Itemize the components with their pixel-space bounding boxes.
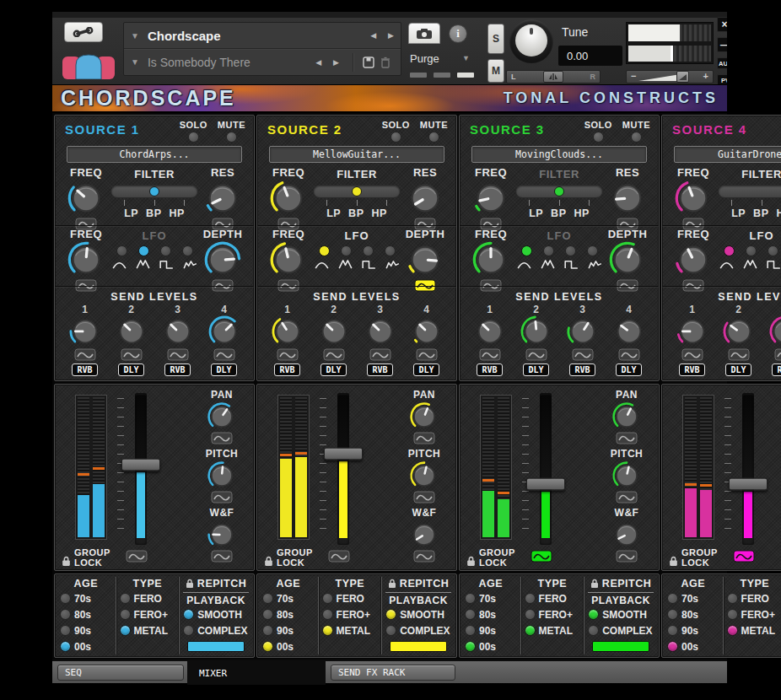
mod-wave-icon[interactable]	[413, 491, 435, 503]
mod-wave-icon[interactable]	[413, 550, 435, 563]
fader-handle[interactable]	[526, 478, 565, 491]
pv-button[interactable]: PV	[717, 74, 727, 84]
age-option-90s[interactable]: 90s	[667, 622, 698, 638]
lfo-wave-dot[interactable]	[138, 245, 149, 256]
mod-wave-icon[interactable]	[416, 348, 438, 361]
mod-wave-icon[interactable]	[211, 550, 233, 563]
repitch-level-bar[interactable]	[390, 641, 447, 652]
solo-button[interactable]: S	[487, 24, 504, 54]
volume-minus[interactable]: −	[631, 71, 636, 81]
solo-led-button[interactable]	[188, 132, 199, 143]
repitch-level-bar[interactable]	[187, 641, 245, 652]
repitch-level-bar[interactable]	[592, 641, 649, 652]
filter-type-slider[interactable]	[110, 185, 198, 198]
volume-fader[interactable]	[539, 393, 552, 545]
next-preset-button[interactable]: ▶	[333, 58, 339, 67]
lfo-wave-dot[interactable]	[746, 245, 757, 256]
purge-caret-icon[interactable]: ▼	[462, 54, 470, 62]
age-option-00s[interactable]: 00s	[667, 638, 698, 654]
type-option-fero[interactable]: FERO	[322, 590, 370, 606]
solo-led-button[interactable]	[390, 132, 401, 143]
sample-select-dropdown[interactable]: ChordArps...	[67, 146, 242, 163]
pan-knob[interactable]	[611, 401, 642, 432]
send-level-knob-4[interactable]	[612, 315, 646, 348]
age-option-90s[interactable]: 90s	[465, 622, 496, 638]
tab-mixer[interactable]: MIXER	[187, 661, 326, 685]
tab-send-fx-rack[interactable]: SEND FX RACK	[331, 665, 455, 681]
repitch-option-smooth[interactable]: SMOOTH	[385, 606, 450, 622]
send-level-knob-3[interactable]	[364, 315, 397, 348]
mute-button[interactable]: M	[487, 59, 504, 83]
pitch-knob[interactable]	[409, 460, 439, 491]
lfo-wave-dot[interactable]	[116, 245, 127, 256]
type-option-fero-plus[interactable]: FERO+	[322, 606, 370, 622]
mod-wave-icon[interactable]	[167, 348, 189, 361]
tune-knob[interactable]	[509, 19, 553, 63]
lfo-freq-knob[interactable]	[471, 240, 510, 279]
lfo-wave-dot[interactable]	[182, 245, 193, 256]
lfo-wave-dot[interactable]	[341, 245, 352, 256]
lfo-depth-knob[interactable]	[406, 240, 444, 279]
age-option-80s[interactable]: 80s	[60, 606, 91, 622]
volume-fader[interactable]	[741, 393, 755, 545]
send-level-knob-1[interactable]	[271, 315, 304, 348]
mod-wave-icon[interactable]	[733, 550, 755, 563]
send-level-knob-3[interactable]	[768, 315, 781, 348]
age-option-70s[interactable]: 70s	[60, 590, 91, 606]
tune-value[interactable]: 0.00	[558, 46, 622, 66]
mod-wave-icon[interactable]	[413, 432, 435, 444]
type-option-fero-plus[interactable]: FERO+	[525, 606, 573, 622]
preset-name[interactable]: Is Somebody There	[148, 56, 250, 69]
send-level-knob-3[interactable]	[161, 315, 195, 348]
age-option-70s[interactable]: 70s	[262, 590, 294, 606]
type-option-metal[interactable]: METAL	[120, 622, 168, 638]
wrench-button[interactable]	[64, 22, 103, 42]
filter-res-knob[interactable]	[406, 179, 444, 218]
info-button[interactable]: i	[449, 24, 467, 43]
filter-type-slider[interactable]	[718, 185, 781, 198]
mod-wave-icon[interactable]	[479, 348, 501, 361]
mod-wave-icon[interactable]	[211, 491, 233, 503]
age-option-70s[interactable]: 70s	[465, 590, 496, 606]
age-option-00s[interactable]: 00s	[262, 638, 294, 654]
pitch-knob[interactable]	[611, 460, 642, 491]
delete-button[interactable]	[377, 57, 394, 68]
type-option-fero-plus[interactable]: FERO+	[120, 606, 168, 622]
type-option-fero[interactable]: FERO	[727, 590, 775, 606]
send-level-knob-2[interactable]	[520, 315, 553, 348]
mod-wave-icon[interactable]	[525, 348, 547, 361]
prev-instrument-button[interactable]: ◀	[370, 31, 376, 40]
pitch-knob[interactable]	[207, 460, 237, 491]
lfo-freq-knob[interactable]	[269, 240, 308, 279]
wow-flutter-knob[interactable]	[611, 520, 642, 550]
mod-wave-icon[interactable]	[211, 432, 233, 444]
lfo-wave-dot[interactable]	[724, 245, 735, 256]
mod-wave-icon[interactable]	[681, 348, 703, 361]
age-option-80s[interactable]: 80s	[262, 606, 294, 622]
lfo-wave-dot[interactable]	[587, 245, 598, 256]
send-level-knob-3[interactable]	[566, 315, 600, 348]
volume-handle[interactable]	[676, 71, 689, 83]
mod-wave-icon[interactable]	[74, 348, 96, 361]
lfo-wave-dot[interactable]	[565, 245, 576, 256]
lfo-wave-dot[interactable]	[543, 245, 554, 256]
mute-led-button[interactable]	[631, 132, 642, 143]
mod-wave-icon[interactable]	[531, 550, 552, 563]
mod-wave-icon[interactable]	[323, 348, 345, 361]
volume-fader[interactable]	[337, 393, 350, 545]
sample-select-dropdown[interactable]: MellowGuitar...	[269, 146, 444, 163]
mod-wave-icon[interactable]	[328, 550, 350, 563]
type-option-fero[interactable]: FERO	[525, 590, 573, 606]
tab-seq[interactable]: SEQ	[57, 665, 184, 681]
type-option-metal[interactable]: METAL	[525, 622, 573, 638]
send-level-knob-1[interactable]	[676, 315, 709, 348]
repitch-option-complex[interactable]: COMPLEX	[385, 622, 450, 638]
instrument-dropdown-caret[interactable]: ▼	[131, 31, 139, 40]
pan-knob[interactable]	[409, 401, 439, 432]
lfo-wave-dot[interactable]	[521, 245, 532, 256]
lfo-wave-dot[interactable]	[363, 245, 374, 256]
lfo-wave-dot[interactable]	[768, 245, 778, 256]
age-option-70s[interactable]: 70s	[667, 590, 698, 606]
purge-dropdown[interactable]: Purge	[410, 52, 439, 65]
next-instrument-button[interactable]: ▶	[388, 31, 394, 40]
